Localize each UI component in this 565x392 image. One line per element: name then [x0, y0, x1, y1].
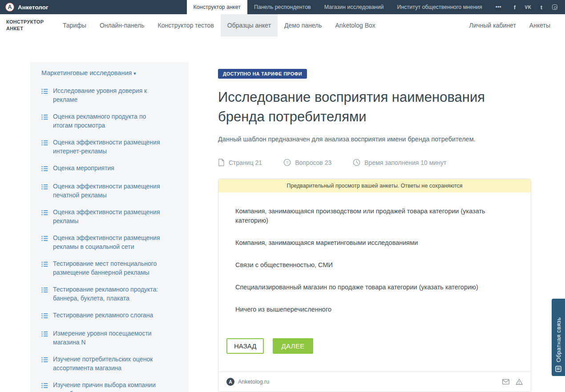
list-icon	[41, 113, 48, 130]
back-button[interactable]: НАЗАД	[226, 338, 264, 354]
sidebar-item-label: Тестирование рекламного продукта: баннер…	[53, 285, 164, 303]
sidebar-item-razmeshchenie-reklamy[interactable]: Оценка эффективности размещения рекламы	[41, 208, 164, 225]
topbar-tab-magazin-issledovaniy[interactable]: Магазин исследований	[318, 0, 391, 14]
instagram-icon[interactable]	[548, 0, 561, 14]
topbar-tab-konstruktor-anket[interactable]: Конструктор анкет	[187, 0, 247, 14]
anketolog-footer-logo-icon: A	[226, 378, 234, 386]
answer-option[interactable]: Специализированный магазин по продаже то…	[235, 283, 514, 292]
list-icon	[41, 356, 48, 372]
nav-item-tarify[interactable]: Тарифы	[56, 14, 93, 36]
sidebar-item-label: Изучение причин выбора компании потребит…	[53, 380, 164, 392]
stat-time: Время заполнения 10 минут	[353, 159, 446, 166]
nav-item-obraztsy-anket[interactable]: Образцы анкет	[221, 14, 278, 36]
template-stats: Страниц 21 Вопросов 23 Время заполнения …	[218, 159, 531, 166]
sidebar-item-label: Оценка эффективности размещения печатной…	[53, 182, 164, 200]
sidebar-item-label: Исследование уровня доверия к рекламе	[53, 86, 164, 104]
list-icon	[41, 139, 48, 156]
anketolog-logo-icon: A	[5, 3, 14, 12]
answer-option[interactable]: Компания, занимающаяся производством или…	[235, 207, 514, 225]
brand-label: Анкетолог	[18, 4, 48, 11]
answer-option[interactable]: Связи с общественностью, СМИ	[235, 260, 514, 270]
list-icon	[41, 286, 48, 303]
anketolog-brand[interactable]: A Анкетолог	[0, 0, 187, 14]
feedback-form-icon	[555, 366, 561, 372]
nav-item-lichny-kabinet[interactable]: Личный кабинет	[463, 14, 523, 36]
sidebar-item-poseshchaemost-magazina[interactable]: Измерение уровня посещаемости магазина N	[41, 329, 164, 347]
stat-time-label: Время заполнения 10 минут	[364, 159, 446, 166]
list-icon	[41, 209, 48, 225]
sidebar-template-list: Исследование уровня доверия к рекламе Оц…	[41, 86, 164, 392]
report-warning-icon[interactable]	[516, 379, 523, 385]
sidebar-item-label: Оценка эффективности размещения интернет…	[53, 138, 164, 156]
anketolog-footer-link[interactable]: A Anketolog.ru	[226, 378, 269, 386]
chevron-down-icon: ▾	[133, 71, 136, 76]
sidebar-item-label: Оценка эффективности размещения рекламы	[53, 208, 164, 225]
list-icon	[41, 330, 48, 347]
nav-items: Тарифы Онлайн-панель Конструктор тестов …	[56, 14, 382, 36]
nav-item-demo-panel[interactable]: Демо панель	[278, 14, 328, 36]
templates-sidebar: Маркетинговые исследования▾ Исследование…	[30, 62, 189, 392]
sidebar-item-assortiment-magazina[interactable]: Изучение потребительских оценок ассортим…	[41, 355, 164, 372]
topbar-tabs: Конструктор анкет Панель респондентов Ма…	[187, 0, 508, 14]
sidebar-item-bannernaya-reklama[interactable]: Тестирование мест потенциального размеще…	[41, 259, 164, 277]
preview-notice: Предварительный просмотр вашей анкеты. О…	[218, 179, 531, 192]
feedback-label: Обратная связь	[555, 304, 562, 362]
sidebar-item-label: Тестирование рекламного слогана	[53, 311, 153, 321]
sidebar-item-label: Измерение уровня посещаемости магазина N	[53, 329, 164, 347]
page-body: Маркетинговые исследования▾ Исследование…	[0, 62, 565, 392]
sidebar-category-label: Маркетинговые исследования	[41, 69, 132, 76]
nav-item-konstruktor-testov[interactable]: Конструктор тестов	[151, 14, 221, 36]
footer-brand-label: Anketolog.ru	[238, 379, 269, 385]
list-icon	[41, 312, 48, 321]
list-icon	[41, 183, 48, 200]
list-icon	[41, 235, 48, 251]
list-icon	[41, 382, 48, 392]
preview-buttons: НАЗАД ДАЛЕЕ	[218, 328, 531, 372]
sidebar-item-label: Оценка эффективности размещения рекламы …	[53, 233, 164, 251]
sidebar-item-banner-buklet-plakat[interactable]: Тестирование рекламного продукта: баннер…	[41, 285, 164, 303]
nav-item-online-panel[interactable]: Онлайн-панель	[93, 14, 151, 36]
feedback-tab[interactable]: Обратная связь	[552, 299, 565, 376]
sidebar-item-vybor-kompanii[interactable]: Изучение причин выбора компании потребит…	[41, 380, 164, 392]
sidebar-item-pechatnaya-reklama[interactable]: Оценка эффективности размещения печатной…	[41, 182, 164, 200]
sidebar-category-dropdown[interactable]: Маркетинговые исследования▾	[41, 69, 164, 76]
nav-item-ankety[interactable]: Анкеты	[523, 14, 557, 36]
topbar-tab-institut[interactable]: Институт общественного мнения	[390, 0, 488, 14]
vk-icon[interactable]: VK	[521, 0, 535, 14]
sidebar-item-doverie-reklame[interactable]: Исследование уровня доверия к рекламе	[41, 86, 164, 104]
stat-questions: Вопросов 23	[283, 159, 331, 166]
list-icon	[41, 165, 48, 174]
nav-right: Личный кабинет Анкеты	[463, 14, 565, 36]
stat-pages-label: Страниц 21	[229, 159, 262, 166]
email-icon[interactable]	[502, 379, 509, 384]
list-icon	[41, 88, 48, 104]
questions-icon	[283, 159, 291, 166]
page-title: Исследование восприятия наименования бре…	[218, 88, 494, 127]
sidebar-item-internet-reklama[interactable]: Оценка эффективности размещения интернет…	[41, 138, 164, 156]
sidebar-item-otsenka-produkta[interactable]: Оценка рекламного продукта по итогам про…	[41, 112, 164, 130]
twitter-icon[interactable]: t	[535, 0, 548, 14]
sidebar-item-meropriyatie[interactable]: Оценка мероприятия	[41, 164, 164, 174]
sidebar-item-slogan[interactable]: Тестирование рекламного слогана	[41, 311, 164, 321]
facebook-icon[interactable]: f	[508, 0, 521, 14]
answer-option[interactable]: Ничего из вышеперечисленного	[235, 305, 514, 314]
nav-item-anketolog-box[interactable]: Anketolog Box	[329, 14, 382, 36]
topbar-more-menu[interactable]: •••	[489, 0, 508, 14]
tariff-badge: ДОСТУПНО НА ТАРИФЕ ПРОФИ	[218, 69, 307, 79]
time-icon	[353, 159, 360, 166]
sidebar-item-label: Изучение потребительских оценок ассортим…	[53, 355, 164, 372]
template-description: Данный шаблон предназначен для анализа в…	[218, 136, 531, 143]
list-icon	[41, 260, 48, 277]
template-detail: ДОСТУПНО НА ТАРИФЕ ПРОФИ Исследование во…	[218, 62, 531, 392]
nav-brand-konstruktor-anket[interactable]: КОНСТРУКТОР АНКЕТ	[0, 14, 56, 36]
answer-options: Компания, занимающаяся производством или…	[218, 192, 531, 328]
answer-option[interactable]: Компания, занимающаяся маркетинговыми ис…	[235, 238, 514, 248]
topbar-tab-panel-respondentov[interactable]: Панель респондентов	[247, 0, 318, 14]
sidebar-item-sotsialnaya-set[interactable]: Оценка эффективности размещения рекламы …	[41, 233, 164, 251]
sidebar-item-label: Тестирование мест потенциального размеще…	[53, 259, 164, 277]
sidebar-item-label: Оценка рекламного продукта по итогам про…	[53, 112, 164, 130]
next-button[interactable]: ДАЛЕЕ	[273, 338, 313, 354]
pages-icon	[218, 159, 225, 166]
stat-questions-label: Вопросов 23	[295, 159, 331, 166]
preview-footer: A Anketolog.ru	[218, 372, 531, 392]
